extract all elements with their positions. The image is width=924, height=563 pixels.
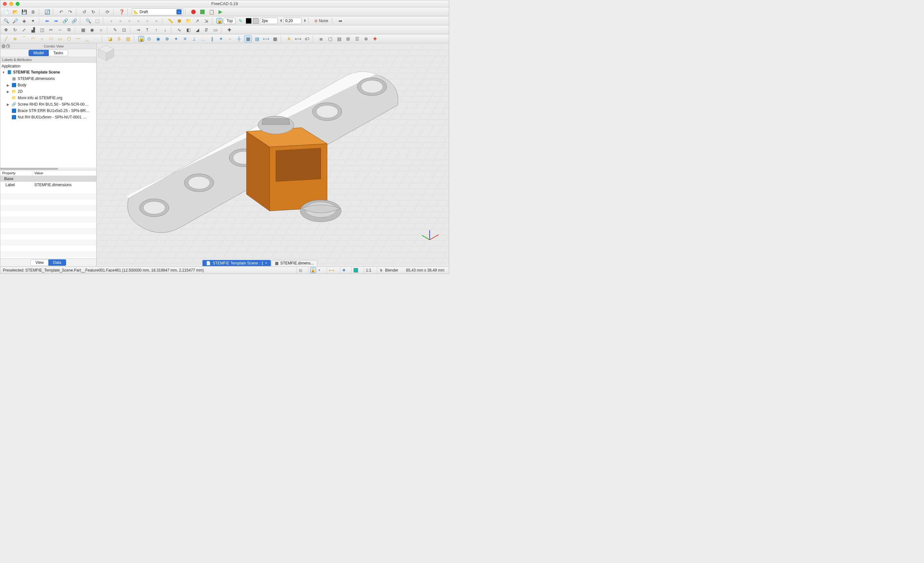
bspline-icon[interactable]: 〰	[74, 35, 82, 42]
tree-row[interactable]: ▶📁2D	[0, 88, 96, 95]
link-nav2-icon[interactable]: 🔗	[70, 17, 78, 24]
wire-icon[interactable]: ≋	[11, 35, 19, 42]
rectangle-icon[interactable]: ▭	[56, 35, 64, 42]
tree-row[interactable]: ▶🔗Screw RHD RH BU1.50 - SPN-SCR-00…	[0, 101, 96, 108]
snap-lock-icon[interactable]: 🔒	[138, 36, 144, 42]
snap-special-icon[interactable]: ✶	[217, 35, 225, 42]
link-actions-icon[interactable]: ⇲	[202, 17, 210, 24]
open-file-icon[interactable]: 📂	[11, 8, 19, 15]
point-icon[interactable]: ·	[92, 35, 100, 42]
construction-mode-icon[interactable]: ➡	[336, 17, 344, 24]
shapestring-icon[interactable]: S	[115, 35, 123, 42]
snap-center-icon[interactable]: ⊕	[163, 35, 171, 42]
new-file-icon[interactable]: 📄	[2, 8, 10, 15]
panel-close-icon[interactable]: ×	[2, 44, 6, 48]
macro-run-icon[interactable]: ▶	[217, 8, 224, 15]
close-tab-icon[interactable]: ×	[266, 261, 267, 265]
view-bottom-icon[interactable]: ▫	[143, 17, 151, 24]
working-plane-button[interactable]: Top	[224, 18, 236, 24]
snap-dims-icon[interactable]: ⟷	[262, 35, 270, 42]
shape2d-icon[interactable]: ▭	[212, 26, 219, 33]
tree-toggle-icon[interactable]: ▶	[6, 90, 10, 93]
group-icon[interactable]: 📁	[184, 17, 192, 24]
split-icon[interactable]: ⤒	[143, 26, 151, 33]
wp-proxy-icon[interactable]: ▢	[326, 35, 334, 42]
dimension-status-icon[interactable]: ⟷	[329, 268, 334, 273]
heal2-icon[interactable]: ✚	[371, 35, 379, 42]
snap-grid-icon[interactable]: ▦	[244, 35, 252, 42]
macro-record-icon[interactable]	[190, 8, 197, 15]
dimension-icon[interactable]: ⟷	[294, 35, 302, 42]
tree-row[interactable]: ▼📘STEMFIE Template Scene	[0, 69, 96, 75]
save-as-icon[interactable]: 🗎	[29, 8, 37, 15]
fit-all-icon[interactable]: 🔍	[2, 17, 10, 24]
tree-toggle-icon[interactable]: ▶	[6, 83, 10, 87]
data-tab[interactable]: Data	[48, 259, 66, 266]
link-make-icon[interactable]: ↗	[194, 17, 201, 24]
line-width-input[interactable]	[260, 18, 278, 24]
part-icon[interactable]: ⬢	[176, 17, 183, 24]
viewport-3d[interactable]: 📄 STEMFIE Template Scene : 1 × ▦ STEMFIE…	[97, 44, 449, 266]
add-constr-icon[interactable]: ⊕	[362, 35, 370, 42]
scale-icon[interactable]: ⤢	[20, 26, 28, 33]
tree-row[interactable]: ▦STEMFIE.dimensions	[0, 75, 96, 82]
line-color-swatch[interactable]	[246, 18, 252, 24]
whats-this-icon[interactable]: ❓	[118, 8, 126, 15]
nav-back-icon[interactable]: ⬅	[44, 17, 51, 24]
model-tab[interactable]: Model	[28, 50, 49, 56]
tree-row[interactable]: 📁More info at STEMFIE.org	[0, 95, 96, 101]
tree-row[interactable]: ▶🟦Body	[0, 82, 96, 88]
nav-forward-icon[interactable]: ➡	[52, 17, 60, 24]
snap-ortho-icon[interactable]: ┼	[235, 35, 243, 42]
view-top-icon[interactable]: ▫	[117, 17, 124, 24]
redo-icon[interactable]: ↷	[66, 8, 74, 15]
edit-icon[interactable]: ✎	[111, 26, 119, 33]
upgrade-icon[interactable]: ↑	[152, 26, 160, 33]
join-icon[interactable]: ⇥	[134, 26, 142, 33]
macro-list-icon[interactable]: 📋	[208, 8, 215, 15]
heal-icon[interactable]: ✚	[225, 26, 233, 33]
rotate-icon[interactable]: ↻	[11, 26, 19, 33]
navigation-cube[interactable]	[97, 44, 116, 63]
select-group-icon[interactable]: ☰	[353, 35, 361, 42]
snap-wp-icon[interactable]: ▤	[253, 35, 261, 42]
offset-icon[interactable]: ◫	[38, 26, 46, 33]
link-nav-icon[interactable]: 🔗	[61, 17, 69, 24]
bezier-icon[interactable]: ⁔	[83, 35, 91, 42]
zoom-level[interactable]: 1:1	[366, 268, 372, 273]
fillet-icon[interactable]: ⌒	[20, 35, 28, 42]
circle-icon[interactable]: ○	[38, 35, 46, 42]
lock-snap-icon[interactable]: 🔒	[217, 18, 222, 24]
snap-perp-icon[interactable]: ⊥	[190, 35, 198, 42]
flip-dim-icon[interactable]: ⇵	[202, 26, 210, 33]
view-left-icon[interactable]: ▫	[152, 17, 160, 24]
nav-style[interactable]: Blender	[385, 268, 398, 273]
snap-ext-icon[interactable]: …	[199, 35, 207, 42]
view-rear-icon[interactable]: ▫	[134, 17, 142, 24]
grid-toggle-icon[interactable]: ▦	[299, 268, 302, 273]
ellipse-icon[interactable]: ⬭	[47, 35, 55, 42]
autogroup-button[interactable]: ⊘None	[312, 19, 330, 23]
mirror-icon[interactable]: ▟	[29, 26, 37, 33]
add-group-icon[interactable]: ⊞	[344, 35, 352, 42]
polygon-icon[interactable]: ⬡	[65, 35, 73, 42]
style-icon[interactable]: ✎	[237, 17, 244, 24]
facebinder-icon[interactable]: ◪	[106, 35, 114, 42]
arc-icon[interactable]: ◠	[29, 35, 37, 42]
clone-icon[interactable]: ⧉	[65, 26, 73, 33]
ortho-status-icon[interactable]: ✚	[342, 268, 345, 273]
polar-array-icon[interactable]: ◉	[88, 26, 96, 33]
subelement-icon[interactable]: ⊡	[120, 26, 128, 33]
array-icon[interactable]: ▦	[79, 26, 87, 33]
save-icon[interactable]: 💾	[20, 8, 28, 15]
view-front-icon[interactable]: ▫	[108, 17, 115, 24]
stretch-icon[interactable]: ↔	[56, 26, 64, 33]
snap-near-icon[interactable]: ◦	[226, 35, 234, 42]
document-tab-scene[interactable]: 📄 STEMFIE Template Scene : 1 ×	[202, 260, 271, 266]
label-icon[interactable]: 🏷	[303, 35, 311, 42]
view-right-icon[interactable]: ▫	[126, 17, 133, 24]
undo-icon[interactable]: ↶	[57, 8, 65, 15]
tree-toggle-icon[interactable]: ▼	[2, 71, 6, 74]
recompute-icon[interactable]: ⟳	[104, 8, 111, 15]
tasks-tab[interactable]: Tasks	[49, 50, 68, 56]
